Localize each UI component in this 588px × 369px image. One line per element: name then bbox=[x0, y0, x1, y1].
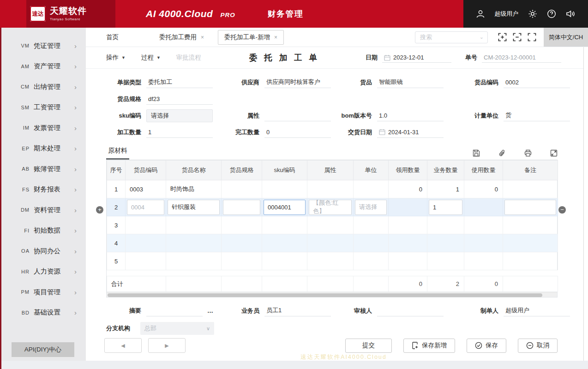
action-menu[interactable]: 操作 ▼ bbox=[106, 54, 126, 62]
sidebar-item-cashier[interactable]: CM 出纳管理 › bbox=[0, 77, 86, 97]
cell[interactable] bbox=[307, 216, 354, 234]
vertical-scrollbar[interactable] bbox=[583, 47, 588, 361]
cell-editor[interactable]: 1 bbox=[429, 200, 462, 215]
sidebar-item-oa[interactable]: OA 协同办公 › bbox=[0, 241, 86, 262]
cell-biz-qty[interactable]: 1 bbox=[427, 180, 464, 198]
col-header[interactable]: 序号 bbox=[107, 161, 126, 180]
cell[interactable] bbox=[166, 216, 222, 234]
sidebar-item-invoice[interactable]: IM 发票管理 › bbox=[0, 118, 86, 138]
cell-used-qty[interactable]: 0 bbox=[464, 180, 503, 198]
sidebar-item-hr[interactable]: HR 人力资源 › bbox=[0, 262, 86, 282]
cell[interactable] bbox=[389, 216, 427, 234]
user-icon[interactable] bbox=[475, 9, 486, 19]
cell[interactable] bbox=[427, 234, 464, 252]
cell-unit[interactable]: 请选择 bbox=[354, 198, 389, 216]
cell-row-no[interactable]: 2 bbox=[107, 198, 126, 216]
cell[interactable] bbox=[503, 216, 558, 234]
date-input[interactable]: 2023-12-01 bbox=[382, 53, 451, 63]
api-diy-center-button[interactable]: API(DIY)中心 bbox=[12, 342, 74, 357]
cell-goods-name[interactable]: 时尚饰品 bbox=[166, 180, 222, 198]
cell[interactable] bbox=[126, 234, 166, 252]
settings-gear-icon[interactable] bbox=[528, 9, 538, 19]
col-header[interactable]: 备注 bbox=[503, 161, 558, 180]
submit-button[interactable]: 提交 bbox=[345, 339, 392, 353]
cell[interactable] bbox=[427, 216, 464, 234]
col-header[interactable]: 货品编码 bbox=[126, 161, 166, 180]
cell[interactable] bbox=[262, 216, 307, 234]
delete-row-button[interactable]: − bbox=[558, 206, 566, 214]
cell[interactable] bbox=[222, 252, 262, 270]
save-and-new-button[interactable]: 保存新增 bbox=[403, 339, 455, 353]
sidebar-item-basic-settings[interactable]: BD 基础设置 › bbox=[0, 303, 86, 323]
tab-home[interactable]: 首页 bbox=[106, 33, 119, 42]
process-menu[interactable]: 过程 ▼ bbox=[141, 54, 161, 62]
cell-goods-name[interactable]: 针织服装 bbox=[166, 198, 222, 216]
sidebar-item-project[interactable]: PM 项目管理 › bbox=[0, 282, 86, 303]
cell[interactable] bbox=[222, 180, 262, 198]
cell[interactable] bbox=[166, 252, 222, 270]
cell[interactable] bbox=[126, 216, 166, 234]
bill-type-input[interactable]: 委托加工 bbox=[146, 77, 213, 88]
process-qty-input[interactable]: 1 bbox=[146, 126, 213, 138]
announcement-speaker-icon[interactable] bbox=[565, 9, 576, 19]
cell[interactable] bbox=[503, 180, 558, 198]
help-icon[interactable] bbox=[546, 9, 557, 19]
cell-editor[interactable] bbox=[223, 200, 260, 215]
col-header[interactable]: 使用数量 bbox=[464, 161, 503, 180]
sidebar-item-data-mgmt[interactable]: DM 资料管理 › bbox=[0, 200, 86, 220]
salesman-input[interactable]: 员工1 bbox=[264, 305, 331, 316]
cell-editor[interactable]: 针织服装 bbox=[168, 200, 220, 215]
col-header[interactable]: 属性 bbox=[307, 161, 354, 180]
cell-biz-qty[interactable]: 1 bbox=[427, 198, 464, 216]
language-switcher[interactable]: 简体中文/CH bbox=[544, 28, 588, 47]
search-input[interactable]: 搜索 ⌄ bbox=[415, 31, 488, 43]
supplier-input[interactable]: 供应商同时核算客户 bbox=[264, 77, 331, 88]
cell[interactable] bbox=[354, 252, 389, 270]
auditor-input[interactable] bbox=[377, 305, 444, 316]
attr-input[interactable] bbox=[264, 110, 331, 121]
cell[interactable] bbox=[222, 216, 262, 234]
delivery-date-input[interactable]: 2024-01-31 bbox=[377, 126, 444, 138]
cell[interactable] bbox=[166, 234, 222, 252]
cell[interactable] bbox=[307, 234, 354, 252]
cell[interactable] bbox=[222, 234, 262, 252]
cell[interactable] bbox=[262, 252, 307, 270]
expand-icon[interactable] bbox=[550, 149, 558, 157]
zoom-out-bracket-icon[interactable] bbox=[513, 33, 522, 42]
username[interactable]: 超级用户 bbox=[494, 10, 518, 18]
cell-editor-focused[interactable]: 0004001 bbox=[264, 200, 306, 215]
col-header[interactable]: 业务数量 bbox=[427, 161, 464, 180]
cell[interactable] bbox=[307, 180, 354, 198]
cell-editor[interactable] bbox=[504, 200, 556, 215]
close-icon[interactable]: × bbox=[274, 34, 277, 41]
cell[interactable] bbox=[464, 216, 503, 234]
sidebar-item-voucher[interactable]: VM 凭证管理 › bbox=[0, 36, 86, 56]
cell[interactable] bbox=[307, 252, 354, 270]
sidebar-item-assets[interactable]: AM 资产管理 › bbox=[0, 56, 86, 77]
sku-select[interactable]: 请选择 bbox=[146, 109, 213, 122]
zoom-in-bracket-icon[interactable] bbox=[498, 33, 507, 42]
save-icon[interactable] bbox=[473, 149, 480, 157]
sidebar-item-initial-data[interactable]: FI 初始数据 › bbox=[0, 220, 86, 241]
cell-used-qty[interactable] bbox=[464, 198, 503, 216]
col-header[interactable]: 货品规格 bbox=[222, 161, 262, 180]
cell-row-no[interactable]: 4 bbox=[107, 234, 126, 252]
cell-editor[interactable]: 0004 bbox=[127, 200, 164, 215]
cell-row-no[interactable]: 3 bbox=[107, 216, 126, 234]
cell-editor[interactable]: 【颜色:红色】 bbox=[309, 200, 352, 215]
cell[interactable] bbox=[354, 234, 389, 252]
tab-processing-order-new[interactable]: 委托加工单-新增 × bbox=[218, 30, 284, 45]
cell-row-no[interactable]: 1 bbox=[107, 180, 126, 198]
scrollbar-thumb[interactable] bbox=[108, 293, 542, 297]
cell-attr[interactable]: 【颜色:红色】 bbox=[307, 198, 354, 216]
cell[interactable] bbox=[503, 252, 558, 270]
close-icon[interactable]: × bbox=[201, 34, 204, 41]
cell-editor[interactable]: 请选择 bbox=[355, 200, 387, 215]
col-header[interactable]: sku编码 bbox=[262, 161, 307, 180]
save-button[interactable]: 保存 bbox=[467, 339, 506, 353]
cell[interactable] bbox=[354, 180, 389, 198]
cell[interactable] bbox=[427, 252, 464, 270]
cell-goods-code[interactable]: 0003 bbox=[126, 180, 166, 198]
summary-more-button[interactable]: … bbox=[207, 307, 214, 314]
bom-version-input[interactable]: 1.0 bbox=[377, 110, 444, 121]
